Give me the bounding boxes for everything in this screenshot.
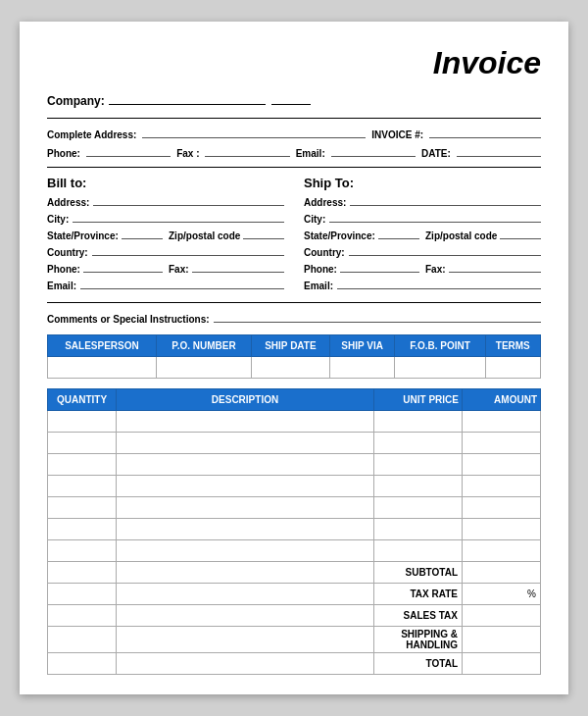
bill-email-row: Email: [47, 278, 284, 291]
bill-email-value [80, 278, 284, 289]
desc-4 [117, 476, 374, 497]
bill-address-row: Address: [47, 194, 284, 208]
fax-value [205, 145, 289, 157]
tax-rate-qty [48, 584, 117, 605]
total-qty [48, 653, 117, 675]
ship-city-row: City: [304, 211, 541, 225]
comments-value [214, 311, 541, 323]
complete-address-value [142, 127, 366, 138]
qty-7 [48, 540, 117, 562]
bill-fax-value [192, 261, 284, 273]
sales-tax-qty [48, 605, 117, 627]
email-value [331, 145, 416, 157]
bill-phone-label: Phone: [47, 264, 80, 275]
unit-7 [374, 540, 463, 562]
shipping-desc [117, 627, 374, 653]
unit-3 [374, 454, 463, 476]
info-table-row [48, 357, 541, 379]
ship-phone-label: Phone: [304, 264, 337, 275]
amt-5 [463, 497, 541, 519]
desc-7 [117, 540, 374, 562]
tax-rate-value: % [463, 584, 541, 605]
company-row: Company: [47, 91, 541, 108]
desc-3 [117, 454, 374, 476]
ship-zip-label: Zip/postal code [425, 230, 497, 241]
tax-rate-label: TAX RATE [374, 584, 463, 605]
bill-phone-row: Phone: Fax: [47, 261, 284, 275]
info-table-header-row: SALESPERSON P.O. NUMBER SHIP DATE SHIP V… [48, 335, 541, 357]
phone-label: Phone: [47, 148, 80, 159]
ship-email-row: Email: [304, 278, 541, 291]
ship-fax-label: Fax: [425, 264, 446, 275]
amt-2 [463, 433, 541, 454]
amt-1 [463, 411, 541, 433]
ship-email-label: Email: [304, 281, 333, 291]
ship-state-label: State/Province: [304, 230, 375, 241]
item-row-2 [48, 433, 541, 454]
bill-address-label: Address: [47, 197, 89, 208]
ship-country-value [349, 244, 541, 256]
col-description: DESCRIPTION [117, 389, 374, 411]
ship-address-label: Address: [304, 197, 346, 208]
col-salesperson: SALESPERSON [48, 335, 157, 357]
item-row-4 [48, 476, 541, 497]
invoice-page: Invoice Company: Complete Address: INVOI… [20, 22, 568, 694]
divider-3 [47, 302, 541, 303]
date-label: DATE: [421, 148, 451, 159]
unit-2 [374, 433, 463, 454]
unit-4 [374, 476, 463, 497]
invoice-num-value [429, 127, 541, 138]
ship-phone-value [340, 261, 419, 273]
unit-5 [374, 497, 463, 519]
item-row-6 [48, 519, 541, 540]
tax-rate-row: TAX RATE % [48, 584, 541, 605]
amt-3 [463, 454, 541, 476]
bill-state-label: State/Province: [47, 230, 119, 241]
fax-label: Fax : [176, 148, 199, 159]
item-row-7 [48, 540, 541, 562]
invoice-title: Invoice [47, 45, 541, 81]
phone-value [86, 145, 171, 157]
ship-to-col: Ship To: Address: City: State/Province: … [304, 176, 541, 294]
ship-email-value [337, 278, 541, 289]
bill-email-label: Email: [47, 281, 76, 291]
address-invoice-row: Complete Address: INVOICE #: [47, 127, 541, 140]
phone-fax-date-row: Phone: Fax : Email: DATE: [47, 145, 541, 159]
items-header-row: QUANTITY DESCRIPTION UNIT PRICE AMOUNT [48, 389, 541, 411]
sales-tax-desc [117, 605, 374, 627]
unit-6 [374, 519, 463, 540]
unit-1 [374, 411, 463, 433]
ship-country-label: Country: [304, 247, 345, 258]
bill-to-title: Bill to: [47, 176, 284, 190]
desc-6 [117, 519, 374, 540]
qty-5 [48, 497, 117, 519]
qty-1 [48, 411, 117, 433]
col-ship-date: SHIP DATE [252, 335, 330, 357]
ship-address-value [350, 194, 541, 206]
subtotal-row: SUBTOTAL [48, 562, 541, 584]
invoice-num-label: INVOICE #: [371, 129, 423, 140]
amt-6 [463, 519, 541, 540]
desc-2 [117, 433, 374, 454]
ship-city-label: City: [304, 214, 325, 225]
shipping-qty [48, 627, 117, 653]
ship-city-value [329, 211, 541, 223]
bill-to-col: Bill to: Address: City: State/Province: … [47, 176, 284, 294]
complete-address-label: Complete Address: [47, 129, 136, 140]
ship-country-row: Country: [304, 244, 541, 258]
total-desc [117, 653, 374, 675]
ship-via-value [329, 357, 395, 379]
bill-country-value [92, 244, 284, 256]
bill-ship-section: Bill to: Address: City: State/Province: … [47, 176, 541, 294]
bill-country-label: Country: [47, 247, 88, 258]
total-row: TOTAL [48, 653, 541, 675]
bill-city-row: City: [47, 211, 284, 225]
bill-city-value [73, 211, 284, 223]
divider-2 [47, 167, 541, 168]
po-number-value [156, 357, 251, 379]
qty-2 [48, 433, 117, 454]
ship-date-value [252, 357, 330, 379]
subtotal-label: SUBTOTAL [374, 562, 463, 584]
total-value [463, 653, 541, 675]
qty-4 [48, 476, 117, 497]
